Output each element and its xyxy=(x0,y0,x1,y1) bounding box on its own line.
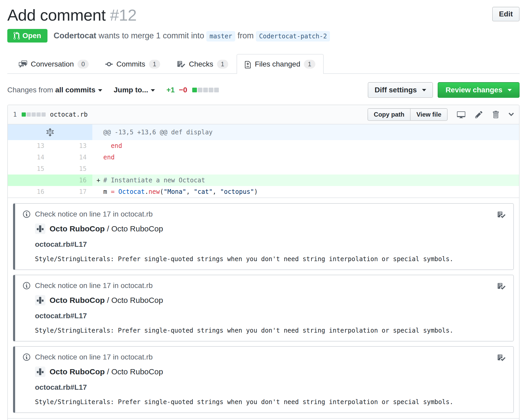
commit-scope: all commits xyxy=(55,86,95,94)
display-rich-diff-icon[interactable] xyxy=(457,110,465,119)
check-notice-location-link[interactable]: octocat.rb#L17 xyxy=(35,312,505,320)
check-notice-card: Check notice on line 17 in octocat.rb Oc… xyxy=(13,203,514,270)
old-line-number[interactable]: 13 xyxy=(8,140,50,152)
diff-table: @@ -13,5 +13,6 @@ def display 13 13 end … xyxy=(8,124,519,198)
view-file-button[interactable]: View file xyxy=(411,108,448,121)
hunk-header-text: @@ -13,5 +13,6 @@ def display xyxy=(92,124,519,140)
expand-hunk-button[interactable] xyxy=(8,124,92,140)
tab-files-changed[interactable]: Files changed 1 xyxy=(237,54,324,74)
file-diff-icon xyxy=(245,60,251,68)
pr-number: #12 xyxy=(110,6,137,24)
check-app-name[interactable]: Octo RuboCop xyxy=(50,296,105,304)
git-commit-icon xyxy=(105,60,113,68)
tab-checks[interactable]: Checks 1 xyxy=(168,54,237,74)
check-run-name: / Octo RuboCop xyxy=(105,296,163,304)
info-icon xyxy=(23,353,30,361)
new-line-number[interactable]: 18 xyxy=(50,419,92,420)
checklist-icon xyxy=(497,282,505,290)
check-app-row: Octo RuboCop / Octo RuboCop xyxy=(35,367,505,377)
check-app-row: Octo RuboCop / Octo RuboCop xyxy=(35,224,505,234)
tab-commits[interactable]: Commits 1 xyxy=(97,54,168,74)
edit-button[interactable]: Edit xyxy=(492,7,520,21)
check-app-name[interactable]: Octo RuboCop xyxy=(50,367,105,376)
copy-path-button[interactable]: Copy path xyxy=(368,108,411,121)
old-line-number[interactable]: 14 xyxy=(8,152,50,163)
code-line: m = Octocat.new("Mona", "cat", "octopus"… xyxy=(92,186,519,197)
tab-label: Files changed xyxy=(255,60,300,68)
check-notice-card: Check notice on line 17 in octocat.rb Oc… xyxy=(13,346,514,413)
hunk-row: @@ -13,5 +13,6 @@ def display xyxy=(8,124,519,140)
check-run-name: / Octo RuboCop xyxy=(105,367,163,376)
changes-from-dropdown[interactable]: Changes from all commits xyxy=(7,86,102,94)
diff-row: 17 18 m.display xyxy=(8,419,519,420)
tab-label: Conversation xyxy=(31,60,74,68)
check-notice-headline: Check notice on line 17 in octocat.rb xyxy=(35,281,153,290)
pr-meta: Open Codertocat wants to merge 1 commit … xyxy=(7,29,520,43)
check-notice-header: Check notice on line 17 in octocat.rb xyxy=(23,353,505,361)
collapse-file-chevron-icon[interactable] xyxy=(509,110,514,119)
caret-down-icon xyxy=(98,89,102,92)
file-header: 1 octocat.rb Copy path View file xyxy=(8,105,519,124)
info-icon xyxy=(23,281,30,290)
diff-settings-label: Diff settings xyxy=(375,86,417,94)
diff-toolbar: Changes from all commits Jump to... +1 −… xyxy=(7,82,520,98)
diffstat-blocks xyxy=(191,86,219,94)
file-changed-count: 1 xyxy=(13,111,17,118)
code-line: end xyxy=(92,152,519,163)
head-branch-ref[interactable]: Codertocat-patch-2 xyxy=(256,31,330,41)
check-notice-message: Style/StringLiterals: Prefer single-quot… xyxy=(35,398,505,406)
check-notice-location-link[interactable]: octocat.rb#L17 xyxy=(35,383,505,392)
diff-settings-button[interactable]: Diff settings xyxy=(368,82,433,98)
file-diffstat: 1 xyxy=(13,111,47,118)
review-changes-button[interactable]: Review changes xyxy=(438,82,520,98)
jump-to-dropdown[interactable]: Jump to... xyxy=(114,86,155,94)
file-name[interactable]: octocat.rb xyxy=(50,111,88,118)
from-text: from xyxy=(238,31,254,40)
old-line-number[interactable]: 17 xyxy=(8,419,50,420)
check-notice-location-link[interactable]: octocat.rb#L17 xyxy=(35,240,505,249)
pr-header: Add comment #12 Edit xyxy=(7,6,520,24)
code-line: end xyxy=(92,140,519,152)
changes-from-label: Changes from xyxy=(7,86,53,94)
tab-count: 0 xyxy=(77,60,89,69)
status-badge-label: Open xyxy=(22,32,41,40)
comment-discussion-icon xyxy=(19,60,27,68)
diff-table-trailing: 17 18 m.display xyxy=(8,419,519,420)
new-line-number[interactable]: 16 xyxy=(50,175,92,186)
old-line-number[interactable]: 16 xyxy=(8,186,50,197)
diff-sign: + xyxy=(97,175,103,186)
edit-file-icon[interactable] xyxy=(475,110,483,119)
caret-down-icon xyxy=(508,89,512,91)
tab-label: Checks xyxy=(189,60,213,68)
tab-conversation[interactable]: Conversation 0 xyxy=(10,54,97,74)
tab-label: Commits xyxy=(116,60,145,68)
diff-row: 14 14 end xyxy=(8,152,519,163)
delete-file-icon[interactable] xyxy=(492,110,499,119)
git-pull-request-icon xyxy=(14,32,20,40)
deletions-count: −0 xyxy=(179,86,187,94)
check-app-name[interactable]: Octo RuboCop xyxy=(50,224,105,233)
file-diff-container: 1 octocat.rb Copy path View file xyxy=(7,105,520,420)
checks-annotation-icon xyxy=(497,353,505,363)
check-notice-header: Check notice on line 17 in octocat.rb xyxy=(23,281,505,290)
checklist-icon xyxy=(497,353,505,362)
check-notice-headline: Check notice on line 17 in octocat.rb xyxy=(35,210,153,218)
pr-author[interactable]: Codertocat xyxy=(54,31,97,40)
app-avatar xyxy=(35,295,45,305)
new-line-number[interactable]: 13 xyxy=(50,140,92,152)
pr-title-text: Add comment xyxy=(7,6,106,24)
new-line-number[interactable]: 15 xyxy=(50,163,92,175)
old-line-number[interactable]: 15 xyxy=(8,163,50,175)
app-avatar xyxy=(35,224,45,234)
base-branch-ref[interactable]: master xyxy=(206,31,235,41)
new-line-number[interactable]: 17 xyxy=(50,186,92,197)
check-app-row: Octo RuboCop / Octo RuboCop xyxy=(35,295,505,305)
code-line xyxy=(92,163,519,175)
jump-to-label: Jump to... xyxy=(114,86,148,94)
diffstat-summary: +1 −0 xyxy=(166,86,219,94)
check-notice-header: Check notice on line 17 in octocat.rb xyxy=(23,210,505,218)
new-line-number[interactable]: 14 xyxy=(50,152,92,163)
code-line: +# Instantiate a new Octocat xyxy=(92,175,519,186)
old-line-number[interactable] xyxy=(8,175,50,186)
diffstat-blocks xyxy=(21,111,46,118)
